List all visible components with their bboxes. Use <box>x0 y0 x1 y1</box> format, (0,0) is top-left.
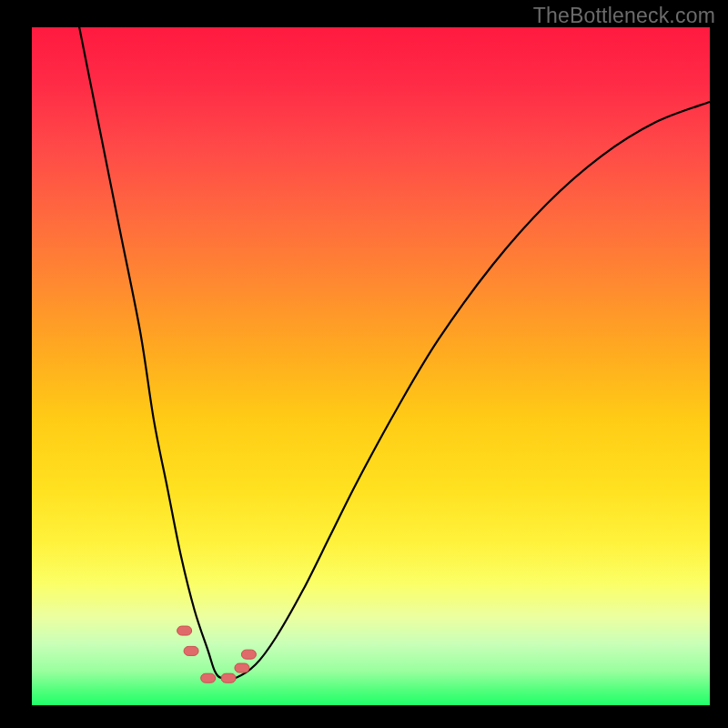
curve-marker <box>241 650 256 659</box>
curve-marker <box>201 673 216 682</box>
chart-svg <box>32 27 710 705</box>
curve-marker <box>235 663 249 672</box>
bottleneck-curve <box>79 27 710 680</box>
chart-plot-area <box>32 27 710 705</box>
curve-marker <box>184 646 198 655</box>
curve-marker <box>221 673 236 682</box>
watermark-text: TheBottleneck.com <box>533 4 715 28</box>
curve-marker <box>177 626 192 635</box>
chart-frame: TheBottleneck.com <box>0 0 728 728</box>
